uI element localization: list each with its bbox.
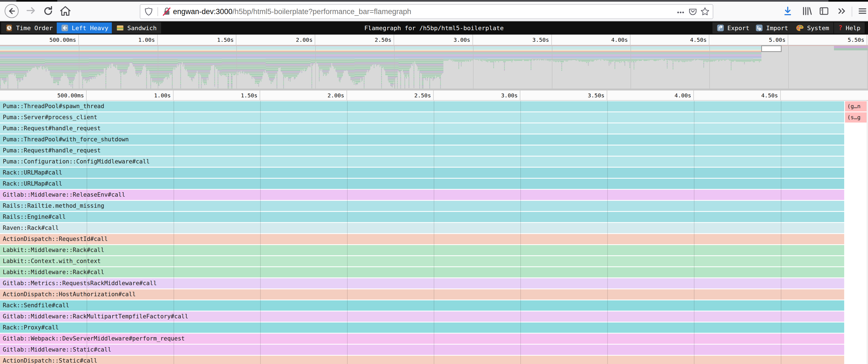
flamegraph-rows: Puma::ThreadPool#spawn_threadPuma::Serve…	[0, 101, 868, 364]
url-bar[interactable]: engwan-dev:3000/h5bp/html5-boilerplate?p…	[140, 4, 713, 19]
flame-frame[interactable]: Rails::Engine#call	[0, 212, 844, 222]
detail-time-ruler[interactable]: 500.00ms1.00s1.50s2.00s2.50s3.00s3.50s4.…	[0, 91, 868, 101]
flame-frame[interactable]: Gitlab::Middleware::Static#call	[0, 345, 844, 355]
flame-frame[interactable]: ActionDispatch::HostAuthorization#call	[0, 289, 844, 300]
flame-frame[interactable]: Puma::Request#handle_request	[0, 145, 844, 156]
flame-frame[interactable]: Gitlab::Middleware::ReleaseEnv#call	[0, 190, 844, 200]
frame-label: ActionDispatch::RequestId#call	[0, 234, 844, 244]
time-tick-label: 3.00s	[394, 35, 473, 45]
overflow-chevron-icon[interactable]	[835, 4, 849, 18]
flamegraph-minimap[interactable]	[0, 45, 868, 91]
time-tick-label: 1.00s	[79, 35, 158, 45]
flame-frame[interactable]: Rails::Railtie.method_missing	[0, 201, 844, 211]
hamburger-menu-icon[interactable]	[855, 4, 868, 18]
frame-label: Rack::URLMap#call	[0, 179, 844, 189]
flame-frame[interactable]: Puma::ThreadPool#spawn_thread	[0, 101, 844, 111]
sandwich-icon	[116, 24, 124, 32]
flame-frame[interactable]: Rack::URLMap#call	[0, 168, 844, 178]
page-actions-ellipsis-icon[interactable]	[675, 5, 687, 18]
minimap-canvas	[0, 45, 868, 89]
time-tick-label: 4.00s	[552, 35, 631, 45]
frame-label: Gitlab::Webpack::DevServerMiddleware#per…	[0, 334, 844, 344]
flame-frame[interactable]: ActionDispatch::RequestId#call	[0, 234, 844, 244]
flame-frame[interactable]: Puma::Server#process_client	[0, 112, 844, 123]
shield-icon[interactable]	[143, 5, 155, 18]
system-button[interactable]: System	[792, 23, 833, 33]
frame-label: Raven::Rack#call	[0, 223, 844, 233]
help-icon: ?	[838, 25, 842, 31]
frame-label: Labkit::Middleware::Rack#call	[0, 267, 844, 277]
flame-frame[interactable]: ActionDispatch::Static#call	[0, 356, 844, 364]
flame-frame[interactable]: Puma::ThreadPool#with_force_shutdown	[0, 134, 844, 145]
frame-label: Puma::Request#handle_request	[0, 145, 844, 156]
time-tick-label: 3.50s	[520, 91, 607, 100]
flame-frame[interactable]: Gitlab::Webpack::DevServerMiddleware#per…	[0, 334, 844, 344]
home-button[interactable]	[58, 4, 72, 18]
import-button[interactable]: Import	[751, 23, 793, 33]
flame-frame[interactable]: Rack::Proxy#call	[0, 323, 844, 333]
reload-button[interactable]	[41, 4, 55, 18]
url-path: /h5bp/html5-boilerplate?performance_bar=…	[232, 7, 411, 16]
minimap-time-ruler[interactable]: 500.00ms1.00s1.50s2.00s2.50s3.00s3.50s4.…	[0, 35, 868, 45]
flame-frame[interactable]: Gitlab::Middleware::RackMultipartTempfil…	[0, 311, 844, 322]
export-button[interactable]: Export	[712, 23, 754, 33]
flame-frame-truncated[interactable]: (g…n	[845, 101, 867, 111]
back-button[interactable]	[4, 4, 19, 18]
url-domain: engwan-dev:3000	[173, 7, 232, 16]
flame-frame[interactable]: Raven::Rack#call	[0, 223, 844, 233]
ruler-filler	[781, 91, 868, 100]
forward-button[interactable]	[24, 4, 38, 18]
time-tick-label: 1.50s	[174, 91, 260, 100]
flame-frame[interactable]: Labkit::Context.with_context	[0, 256, 844, 266]
tab-label: Sandwich	[127, 25, 157, 32]
frame-label: Gitlab::Middleware::Static#call	[0, 345, 844, 355]
flame-frame[interactable]: Labkit::Middleware::Rack#call	[0, 245, 844, 255]
frame-label: Puma::Configuration::ConfigMiddleware#ca…	[0, 157, 844, 167]
time-tick-label: 500.00ms	[0, 35, 79, 45]
url-bar-divider	[157, 7, 158, 16]
tab-time-order[interactable]: Time Order	[1, 23, 57, 33]
flame-frame[interactable]: Rack::Sendfile#call	[0, 300, 844, 310]
tab-sandwich[interactable]: Sandwich	[112, 23, 161, 33]
frame-label: ActionDispatch::HostAuthorization#call	[0, 289, 844, 300]
flame-frame[interactable]: Rack::URLMap#call	[0, 179, 844, 189]
time-tick-label: 500.00ms	[0, 91, 87, 100]
frame-label: Puma::ThreadPool#spawn_thread	[0, 101, 844, 111]
time-tick-label: 1.00s	[87, 91, 173, 100]
flame-frame[interactable]: Labkit::Middleware::Rack#call	[0, 267, 844, 277]
flame-frame[interactable]: Gitlab::Metrics::RequestsRackMiddleware#…	[0, 278, 844, 289]
left-arrow-icon	[61, 24, 68, 32]
time-tick-label: 2.50s	[315, 35, 394, 45]
browser-toolbar: engwan-dev:3000/h5bp/html5-boilerplate?p…	[0, 2, 868, 21]
flame-frame[interactable]: Puma::Configuration::ConfigMiddleware#ca…	[0, 157, 844, 167]
tab-left-heavy[interactable]: Left Heavy	[57, 23, 113, 33]
frame-label: Puma::Request#handle_request	[0, 123, 844, 134]
action-label: System	[807, 25, 829, 32]
frame-label: Gitlab::Middleware::ReleaseEnv#call	[0, 190, 844, 200]
time-tick-label: 5.50s	[788, 35, 867, 45]
help-button[interactable]: ?Help	[834, 23, 865, 33]
frame-label: Rails::Railtie.method_missing	[0, 201, 844, 211]
sidebar-icon[interactable]	[817, 4, 831, 18]
export-icon	[717, 24, 724, 32]
bookmark-star-icon[interactable]	[699, 5, 711, 18]
pocket-icon[interactable]	[687, 5, 699, 18]
time-tick-label: 1.50s	[158, 35, 237, 45]
frame-label: Rails::Engine#call	[0, 212, 844, 222]
time-tick-label: 3.50s	[473, 35, 552, 45]
time-tick-label: 2.50s	[347, 91, 434, 100]
gridline	[867, 101, 867, 364]
flame-frame-truncated[interactable]: (s…g	[845, 112, 867, 123]
time-tick-label: 2.00s	[237, 35, 315, 45]
flame-frame[interactable]: Puma::Request#handle_request	[0, 123, 844, 134]
frame-label: Rack::Sendfile#call	[0, 300, 844, 310]
library-icon[interactable]	[800, 4, 814, 18]
time-tick-label: 5.00s	[709, 35, 788, 45]
time-tick-label: 4.00s	[607, 91, 694, 100]
insecure-lock-icon[interactable]	[161, 5, 173, 18]
frame-label: Puma::ThreadPool#with_force_shutdown	[0, 134, 844, 145]
download-icon[interactable]	[780, 4, 795, 18]
time-tick-label: 4.50s	[630, 35, 709, 45]
minimap-viewport[interactable]	[761, 45, 782, 52]
url-text[interactable]: engwan-dev:3000/h5bp/html5-boilerplate?p…	[173, 7, 411, 16]
